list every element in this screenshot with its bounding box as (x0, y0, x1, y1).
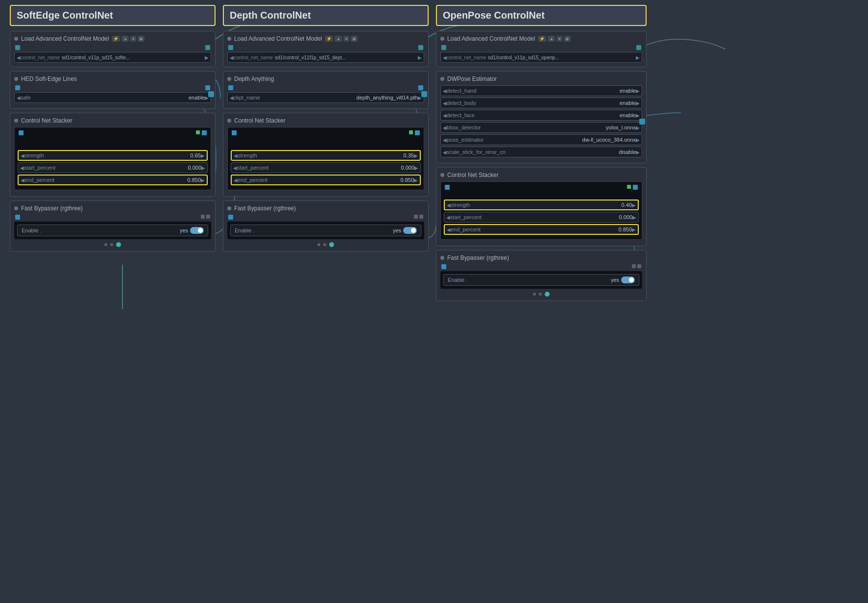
start-arrow-left-d[interactable]: ◀ (233, 165, 237, 171)
dwpose-detect-body[interactable]: ◀ detect_body enable ▶ (440, 98, 642, 108)
openpose-dwpose-node: DWPose Estimator ◀ detect_hand enable ▶ … (436, 71, 647, 163)
softedge-strength-field[interactable]: ◀ strength 0.65 ▶ (18, 150, 208, 161)
start-arrow-right-op[interactable]: ▶ (632, 215, 636, 220)
depth-model-field[interactable]: ◀ control_net_name sd1/control_v11f1p_sd… (227, 52, 424, 63)
dwpose-df-al[interactable]: ◀ (443, 113, 447, 118)
dwpose-scale[interactable]: ◀ scale_stick_for_xinsr_cn disable ▶ (440, 147, 642, 157)
depth-end-field[interactable]: ◀ end_percent 0.850 ▶ (231, 175, 421, 185)
end-arrow-left-op[interactable]: ◀ (447, 227, 451, 232)
dwpose-dh-al[interactable]: ◀ (443, 88, 447, 94)
strength-arrow-left-se[interactable]: ◀ (21, 153, 24, 158)
dwpose-sc-al[interactable]: ◀ (443, 150, 447, 155)
connector-top-right (205, 45, 210, 50)
end-arrow-left-se[interactable]: ◀ (21, 177, 24, 183)
bypasser-se-toggle[interactable]: Enable . yes (17, 225, 208, 236)
dwpose-bbox-al[interactable]: ◀ (443, 125, 447, 130)
strength-arrow-left-op[interactable]: ◀ (447, 202, 451, 208)
start-value-op: 0.000 (489, 214, 632, 220)
depth-ckpt-field[interactable]: ◀ ckpt_name depth_anything_vitl14.pth ▶ (227, 92, 424, 103)
dwpose-dot (440, 77, 444, 81)
start-arrow-right-d[interactable]: ▶ (414, 165, 418, 171)
dwpose-pose-est[interactable]: ◀ pose_estimator dw-ll_ucoco_384.onnx ▶ (440, 134, 642, 145)
openpose-strength-field[interactable]: ◀ strength 0.40 ▶ (444, 200, 639, 210)
hed-field-safe[interactable]: ◀ safe enable ▶ (14, 92, 211, 103)
bypasser-se-toggle-pill[interactable] (190, 227, 204, 234)
dwpose-db-ar[interactable]: ▶ (636, 100, 640, 106)
depth-badge-2: ▲ (335, 36, 342, 42)
end-arrow-left-d[interactable]: ◀ (234, 177, 238, 183)
bypasser-op-toggle-yes[interactable]: yes (611, 276, 635, 283)
bypasser-op-enable-label: Enable . (448, 277, 467, 283)
model-arrow-left[interactable]: ◀ (17, 55, 21, 60)
softedge-panel: SoftEdge ControlNet Load Advanced Contro… (10, 5, 216, 255)
bypasser-op-toggle[interactable]: Enable . yes (443, 274, 639, 286)
op-badge-2: ▲ (548, 36, 555, 42)
bypasser-op-toggle-pill[interactable] (621, 276, 635, 283)
dwpose-pe-ar[interactable]: ▶ (636, 137, 640, 143)
strength-value-se: 0.65 (64, 152, 201, 158)
depth-conn-tr (418, 45, 423, 50)
openpose-load-icons: ⚡ ▲ ● ◉ (538, 36, 570, 42)
openpose-load-label: Load Advanced ControlNet Model (447, 35, 535, 42)
dwpose-db-label: detect_body (447, 100, 486, 106)
stacker-se-connectors (18, 130, 208, 135)
model-arrow-right[interactable]: ▶ (205, 55, 209, 60)
dwpose-detect-hand[interactable]: ◀ detect_hand enable ▶ (440, 85, 642, 96)
start-arrow-left-se[interactable]: ◀ (20, 165, 24, 171)
bypasser-d-toggle-yes[interactable]: yes (393, 227, 417, 234)
openpose-end-field[interactable]: ◀ end_percent 0.850 ▶ (444, 224, 639, 235)
stacker-d-conn-g (409, 130, 413, 134)
dwpose-sc-value: disable (510, 149, 636, 155)
dwpose-side-conn-r (639, 119, 645, 125)
dwpose-df-ar[interactable]: ▶ (636, 113, 640, 118)
dwpose-dh-label: detect_hand (447, 88, 486, 94)
start-arrow-right-se[interactable]: ▶ (201, 165, 205, 171)
op-model-arrow-right[interactable]: ▶ (636, 55, 640, 60)
openpose-stacker-inner: ◀ strength 0.40 ▶ ◀ start_percent 0.000 … (440, 181, 642, 240)
end-arrow-right-op[interactable]: ▶ (632, 227, 636, 232)
softedge-start-field[interactable]: ◀ start_percent 0.000 ▶ (18, 162, 208, 173)
start-value-se: 0.000 (63, 165, 201, 171)
softedge-model-label: control_net_name (21, 55, 60, 60)
end-arrow-right-d[interactable]: ▶ (414, 177, 418, 183)
dwpose-db-al[interactable]: ◀ (443, 100, 447, 106)
depth-model-arrow-right[interactable]: ▶ (418, 55, 422, 60)
bypasser-d-toggle-pill[interactable] (403, 227, 417, 234)
depth-ckpt-arrow-left[interactable]: ◀ (230, 95, 234, 100)
op-model-arrow-left[interactable]: ◀ (443, 55, 447, 60)
dwpose-db-value: enable (486, 100, 636, 106)
bypasser-d-yes-text: yes (393, 227, 401, 233)
softedge-load-dot (14, 37, 18, 41)
dwpose-pe-al[interactable]: ◀ (443, 137, 447, 143)
bypasser-d-sq-1 (414, 215, 418, 219)
dwpose-bbox[interactable]: ◀ bbox_detector yolox_l.onnx ▶ (440, 122, 642, 133)
dwpose-detect-face[interactable]: ◀ detect_face enable ▶ (440, 110, 642, 121)
bypasser-label-d: Fast Bypasser (rgthree) (234, 205, 296, 212)
strength-arrow-right-op[interactable]: ▶ (632, 202, 636, 208)
dwpose-sc-ar[interactable]: ▶ (636, 150, 640, 155)
depth-badge-3: ● (343, 36, 349, 42)
bottom-dot-teal-d (329, 242, 334, 247)
depth-load-model-node: Load Advanced ControlNet Model ⚡ ▲ ● ◉ ◀… (223, 31, 429, 67)
strength-value-op: 0.40 (490, 202, 632, 208)
depth-model-arrow-left[interactable]: ◀ (230, 55, 234, 60)
openpose-start-field[interactable]: ◀ start_percent 0.000 ▶ (444, 212, 639, 223)
start-arrow-left-op[interactable]: ◀ (446, 215, 450, 220)
hed-arrow-left[interactable]: ◀ (17, 95, 21, 100)
bypasser-se-toggle-yes[interactable]: yes (180, 227, 204, 234)
depth-start-field[interactable]: ◀ start_percent 0.000 ▶ (231, 162, 421, 173)
end-arrow-right-se[interactable]: ▶ (201, 177, 205, 183)
dwpose-bbox-value: yolox_l.onnx (486, 125, 636, 130)
bypasser-d-toggle[interactable]: Enable . yes (230, 225, 421, 236)
softedge-model-field[interactable]: ◀ control_net_name sd1/control_v11p_sd15… (14, 52, 211, 63)
depth-strength-field[interactable]: ◀ strength 0.35 ▶ (231, 150, 421, 161)
strength-arrow-right-d[interactable]: ▶ (414, 153, 418, 158)
dwpose-dh-ar[interactable]: ▶ (636, 88, 640, 94)
depth-stacker-inner: ◀ strength 0.35 ▶ ◀ start_percent 0.000 … (227, 127, 424, 190)
strength-arrow-right-se[interactable]: ▶ (201, 153, 205, 158)
softedge-end-field[interactable]: ◀ end_percent 0.850 ▶ (18, 175, 208, 185)
strength-arrow-left-d[interactable]: ◀ (234, 153, 238, 158)
hed-field-value: enable (60, 95, 205, 100)
dwpose-bbox-ar[interactable]: ▶ (636, 125, 640, 130)
openpose-model-field[interactable]: ◀ control_net_name sd1/control_v11p_sd15… (440, 52, 642, 63)
